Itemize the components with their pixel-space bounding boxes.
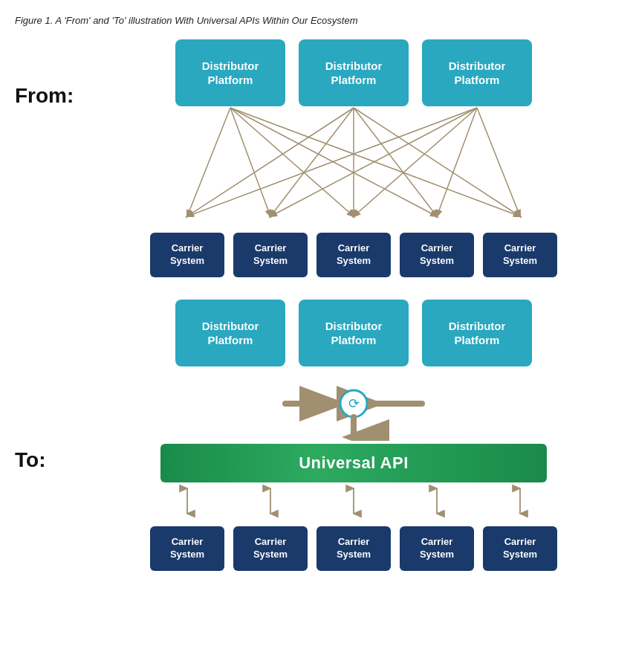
from-section: From: Distributor Platform Distributor P… [15, 39, 618, 277]
from-content: Distributor Platform Distributor Platfor… [89, 39, 618, 277]
svg-line-1 [230, 108, 270, 216]
from-distributor-row: Distributor Platform Distributor Platfor… [89, 39, 618, 106]
from-carrier-box-2: Carrier System [233, 233, 308, 277]
from-dist-box-2: Distributor Platform [299, 39, 409, 106]
to-carrier-box-3: Carrier System [316, 526, 391, 571]
svg-line-6 [270, 108, 354, 216]
from-arrows-area [89, 106, 618, 233]
to-dist-box-1: Distributor Platform [175, 300, 285, 366]
from-dist-box-3: Distributor Platform [422, 39, 532, 106]
to-carrier-row: Carrier System Carrier System Carrier Sy… [89, 526, 618, 571]
svg-line-10 [187, 108, 477, 216]
universal-api-box: Universal API [160, 444, 547, 482]
to-carrier-box-2: Carrier System [233, 526, 308, 571]
to-hub-arrows: ⟳ [146, 366, 562, 444]
svg-line-11 [270, 108, 477, 216]
to-carrier-box-1: Carrier System [150, 526, 224, 571]
to-dist-box-2: Distributor Platform [299, 300, 409, 366]
svg-line-8 [354, 108, 437, 216]
to-distributor-row: Distributor Platform Distributor Platfor… [89, 300, 618, 366]
svg-line-0 [187, 108, 230, 216]
svg-line-2 [230, 108, 354, 216]
to-content: Distributor Platform Distributor Platfor… [89, 300, 618, 571]
to-section: To: Distributor Platform Distributor Pla… [15, 300, 618, 571]
from-carrier-row: Carrier System Carrier System Carrier Sy… [89, 233, 618, 277]
from-dist-box-1: Distributor Platform [175, 39, 285, 106]
from-carrier-box-5: Carrier System [483, 233, 557, 277]
to-dist-box-3: Distributor Platform [422, 300, 532, 366]
from-carrier-box-1: Carrier System [150, 233, 224, 277]
svg-text:⟳: ⟳ [348, 396, 360, 411]
figure-title-text: Figure 1. A 'From' and 'To' illustration… [15, 15, 618, 26]
svg-line-14 [477, 108, 520, 216]
to-carrier-box-5: Carrier System [483, 526, 557, 571]
svg-line-12 [354, 108, 477, 216]
to-carrier-arrows [146, 482, 562, 526]
svg-line-9 [354, 108, 520, 216]
to-carrier-box-4: Carrier System [400, 526, 474, 571]
svg-line-5 [187, 108, 354, 216]
svg-line-13 [437, 108, 477, 216]
svg-line-4 [230, 108, 520, 216]
from-label: From: [15, 39, 89, 108]
from-carrier-box-3: Carrier System [316, 233, 391, 277]
to-label: To: [15, 300, 89, 472]
diagram-container: From: Distributor Platform Distributor P… [15, 39, 618, 578]
from-carrier-box-4: Carrier System [400, 233, 474, 277]
